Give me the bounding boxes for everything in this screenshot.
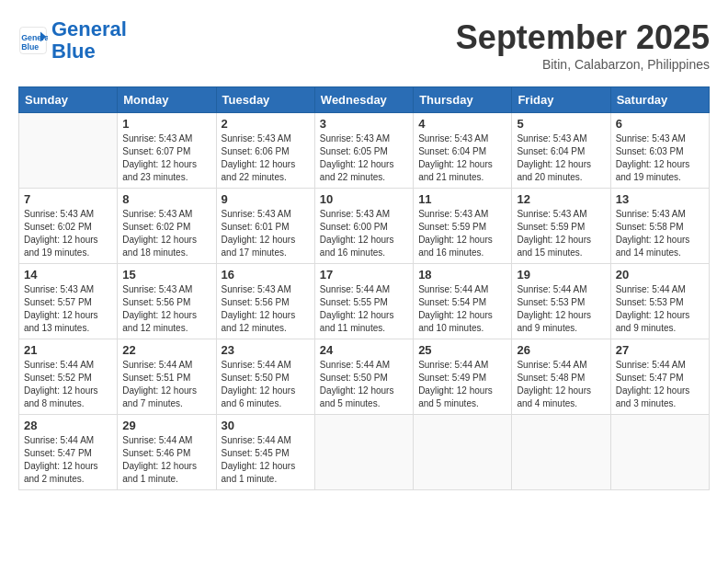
calendar-cell: 30Sunrise: 5:44 AM Sunset: 5:45 PM Dayli… xyxy=(216,415,314,490)
calendar-cell: 25Sunrise: 5:44 AM Sunset: 5:49 PM Dayli… xyxy=(414,339,512,415)
day-number: 8 xyxy=(122,192,210,206)
day-number: 9 xyxy=(222,192,310,206)
day-number: 21 xyxy=(24,343,112,357)
cell-info: Sunrise: 5:43 AM Sunset: 5:59 PM Dayligh… xyxy=(418,208,506,259)
day-number: 23 xyxy=(222,343,310,357)
cell-info: Sunrise: 5:43 AM Sunset: 5:57 PM Dayligh… xyxy=(24,283,112,335)
day-number: 25 xyxy=(418,343,506,357)
calendar-cell: 27Sunrise: 5:44 AM Sunset: 5:47 PM Dayli… xyxy=(610,339,709,415)
logo: General Blue GeneralBlue xyxy=(18,18,127,63)
weekday-header-row: SundayMondayTuesdayWednesdayThursdayFrid… xyxy=(19,87,710,113)
calendar-cell: 6Sunrise: 5:43 AM Sunset: 6:03 PM Daylig… xyxy=(610,113,709,189)
calendar-cell: 2Sunrise: 5:43 AM Sunset: 6:06 PM Daylig… xyxy=(216,113,314,189)
cell-info: Sunrise: 5:43 AM Sunset: 5:56 PM Dayligh… xyxy=(222,283,310,335)
calendar-cell: 13Sunrise: 5:43 AM Sunset: 5:58 PM Dayli… xyxy=(610,189,709,264)
day-number: 11 xyxy=(418,192,506,206)
cell-info: Sunrise: 5:44 AM Sunset: 5:55 PM Dayligh… xyxy=(320,283,408,335)
calendar-cell: 19Sunrise: 5:44 AM Sunset: 5:53 PM Dayli… xyxy=(512,264,610,339)
day-number: 19 xyxy=(517,268,605,282)
cell-info: Sunrise: 5:43 AM Sunset: 5:56 PM Dayligh… xyxy=(122,283,210,335)
day-number: 2 xyxy=(222,117,310,131)
logo-icon: General Blue xyxy=(18,26,48,55)
weekday-header-monday: Monday xyxy=(118,87,216,113)
calendar-cell: 9Sunrise: 5:43 AM Sunset: 6:01 PM Daylig… xyxy=(216,189,314,264)
cell-info: Sunrise: 5:44 AM Sunset: 5:53 PM Dayligh… xyxy=(517,283,605,335)
calendar-week-2: 7Sunrise: 5:43 AM Sunset: 6:02 PM Daylig… xyxy=(19,189,710,264)
cell-info: Sunrise: 5:43 AM Sunset: 6:00 PM Dayligh… xyxy=(320,208,408,259)
calendar-cell: 26Sunrise: 5:44 AM Sunset: 5:48 PM Dayli… xyxy=(512,339,610,415)
cell-info: Sunrise: 5:44 AM Sunset: 5:46 PM Dayligh… xyxy=(122,434,210,486)
day-number: 24 xyxy=(320,343,408,357)
cell-info: Sunrise: 5:43 AM Sunset: 6:04 PM Dayligh… xyxy=(418,132,506,184)
day-number: 5 xyxy=(517,117,605,131)
day-number: 18 xyxy=(418,268,506,282)
month-title: September 2025 xyxy=(456,18,710,57)
day-number: 26 xyxy=(517,343,605,357)
cell-info: Sunrise: 5:44 AM Sunset: 5:47 PM Dayligh… xyxy=(24,434,112,486)
day-number: 29 xyxy=(122,419,210,432)
cell-info: Sunrise: 5:43 AM Sunset: 5:59 PM Dayligh… xyxy=(517,208,605,259)
day-number: 10 xyxy=(320,192,408,206)
calendar-cell: 21Sunrise: 5:44 AM Sunset: 5:52 PM Dayli… xyxy=(19,339,118,415)
calendar-cell: 29Sunrise: 5:44 AM Sunset: 5:46 PM Dayli… xyxy=(118,415,216,490)
cell-info: Sunrise: 5:43 AM Sunset: 6:01 PM Dayligh… xyxy=(222,208,310,259)
calendar-cell: 17Sunrise: 5:44 AM Sunset: 5:55 PM Dayli… xyxy=(314,264,413,339)
day-number: 12 xyxy=(517,192,605,206)
weekday-header-friday: Friday xyxy=(512,87,610,113)
calendar-cell: 28Sunrise: 5:44 AM Sunset: 5:47 PM Dayli… xyxy=(19,415,118,490)
cell-info: Sunrise: 5:43 AM Sunset: 6:02 PM Dayligh… xyxy=(122,208,210,259)
cell-info: Sunrise: 5:43 AM Sunset: 6:02 PM Dayligh… xyxy=(24,208,112,259)
calendar-cell: 7Sunrise: 5:43 AM Sunset: 6:02 PM Daylig… xyxy=(19,189,118,264)
day-number: 4 xyxy=(418,117,506,131)
cell-info: Sunrise: 5:44 AM Sunset: 5:47 PM Dayligh… xyxy=(616,359,704,410)
calendar-cell: 11Sunrise: 5:43 AM Sunset: 5:59 PM Dayli… xyxy=(414,189,512,264)
weekday-header-wednesday: Wednesday xyxy=(314,87,413,113)
calendar-cell: 23Sunrise: 5:44 AM Sunset: 5:50 PM Dayli… xyxy=(216,339,314,415)
location: Bitin, Calabarzon, Philippines xyxy=(456,57,710,72)
day-number: 14 xyxy=(24,268,112,282)
calendar-cell xyxy=(610,415,709,490)
day-number: 1 xyxy=(122,117,210,131)
weekday-header-saturday: Saturday xyxy=(610,87,709,113)
calendar-week-5: 28Sunrise: 5:44 AM Sunset: 5:47 PM Dayli… xyxy=(19,415,710,490)
cell-info: Sunrise: 5:43 AM Sunset: 6:06 PM Dayligh… xyxy=(222,132,310,184)
calendar-cell: 8Sunrise: 5:43 AM Sunset: 6:02 PM Daylig… xyxy=(118,189,216,264)
cell-info: Sunrise: 5:44 AM Sunset: 5:50 PM Dayligh… xyxy=(222,359,310,410)
day-number: 6 xyxy=(616,117,704,131)
calendar-cell xyxy=(19,113,118,189)
day-number: 30 xyxy=(222,419,310,432)
logo-text: GeneralBlue xyxy=(51,18,127,63)
cell-info: Sunrise: 5:43 AM Sunset: 6:03 PM Dayligh… xyxy=(616,132,704,184)
calendar-cell xyxy=(314,415,413,490)
calendar-cell: 12Sunrise: 5:43 AM Sunset: 5:59 PM Dayli… xyxy=(512,189,610,264)
calendar-cell: 18Sunrise: 5:44 AM Sunset: 5:54 PM Dayli… xyxy=(414,264,512,339)
weekday-header-tuesday: Tuesday xyxy=(216,87,314,113)
calendar-week-4: 21Sunrise: 5:44 AM Sunset: 5:52 PM Dayli… xyxy=(19,339,710,415)
cell-info: Sunrise: 5:44 AM Sunset: 5:48 PM Dayligh… xyxy=(517,359,605,410)
cell-info: Sunrise: 5:44 AM Sunset: 5:52 PM Dayligh… xyxy=(24,359,112,410)
day-number: 22 xyxy=(122,343,210,357)
calendar-cell: 20Sunrise: 5:44 AM Sunset: 5:53 PM Dayli… xyxy=(610,264,709,339)
cell-info: Sunrise: 5:43 AM Sunset: 5:58 PM Dayligh… xyxy=(616,208,704,259)
page-header: General Blue GeneralBlue September 2025 … xyxy=(18,18,710,72)
cell-info: Sunrise: 5:43 AM Sunset: 6:05 PM Dayligh… xyxy=(320,132,408,184)
weekday-header-thursday: Thursday xyxy=(414,87,512,113)
title-area: September 2025 Bitin, Calabarzon, Philip… xyxy=(456,18,710,72)
calendar-cell: 3Sunrise: 5:43 AM Sunset: 6:05 PM Daylig… xyxy=(314,113,413,189)
cell-info: Sunrise: 5:44 AM Sunset: 5:54 PM Dayligh… xyxy=(418,283,506,335)
calendar-cell xyxy=(512,415,610,490)
day-number: 7 xyxy=(24,192,112,206)
calendar-cell: 1Sunrise: 5:43 AM Sunset: 6:07 PM Daylig… xyxy=(118,113,216,189)
svg-text:Blue: Blue xyxy=(21,43,39,52)
day-number: 15 xyxy=(122,268,210,282)
calendar-cell: 14Sunrise: 5:43 AM Sunset: 5:57 PM Dayli… xyxy=(19,264,118,339)
cell-info: Sunrise: 5:44 AM Sunset: 5:51 PM Dayligh… xyxy=(122,359,210,410)
day-number: 3 xyxy=(320,117,408,131)
cell-info: Sunrise: 5:43 AM Sunset: 6:04 PM Dayligh… xyxy=(517,132,605,184)
cell-info: Sunrise: 5:44 AM Sunset: 5:49 PM Dayligh… xyxy=(418,359,506,410)
calendar-week-1: 1Sunrise: 5:43 AM Sunset: 6:07 PM Daylig… xyxy=(19,113,710,189)
day-number: 16 xyxy=(222,268,310,282)
cell-info: Sunrise: 5:43 AM Sunset: 6:07 PM Dayligh… xyxy=(122,132,210,184)
cell-info: Sunrise: 5:44 AM Sunset: 5:53 PM Dayligh… xyxy=(616,283,704,335)
weekday-header-sunday: Sunday xyxy=(19,87,118,113)
